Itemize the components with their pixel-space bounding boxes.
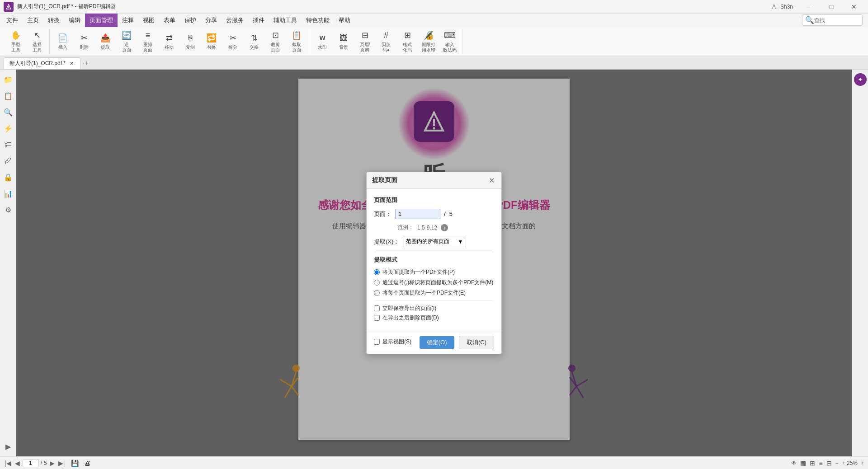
radio-single-pdf[interactable]: 将页面提取为一个PDF文件(P) bbox=[374, 268, 494, 276]
sidebar-icon-search[interactable]: 🔍 bbox=[2, 106, 14, 118]
extract-select[interactable]: 范围内的所有页面 ▼ bbox=[403, 236, 466, 247]
tool-extract[interactable]: 📤 提取 bbox=[95, 29, 116, 54]
delete-icon: ✂ bbox=[79, 33, 90, 43]
page-input[interactable] bbox=[395, 209, 440, 219]
menu-share[interactable]: 分享 bbox=[201, 14, 222, 27]
radio-single-input[interactable] bbox=[374, 269, 380, 275]
view-toggle-2[interactable]: ⊞ bbox=[810, 460, 815, 467]
zoom-in-button[interactable]: + bbox=[861, 460, 864, 466]
sidebar-icon-expand[interactable]: ▶ bbox=[2, 440, 14, 453]
menu-home[interactable]: 主页 bbox=[23, 14, 43, 27]
move-icon: ⇄ bbox=[164, 33, 175, 43]
last-page-button[interactable]: ▶| bbox=[57, 460, 66, 467]
left-sidebar: 📁 📋 🔍 ⚡ 🏷 🖊 🔒 📊 ⚙ ▶ bbox=[0, 70, 16, 456]
menu-protect[interactable]: 保护 bbox=[180, 14, 201, 27]
cancel-button[interactable]: 取消(C) bbox=[459, 336, 494, 349]
tool-delete[interactable]: ✂ 删除 bbox=[74, 29, 94, 54]
prev-page-button[interactable]: ◀ bbox=[14, 460, 21, 467]
print-page-button[interactable]: 🖨 bbox=[84, 460, 90, 467]
menu-convert[interactable]: 转换 bbox=[43, 14, 64, 27]
view-toggle-4[interactable]: ⊟ bbox=[826, 460, 832, 467]
save-page-button[interactable]: 💾 bbox=[71, 460, 79, 467]
menu-cloud[interactable]: 云服务 bbox=[222, 14, 248, 27]
menu-help[interactable]: 帮助 bbox=[334, 14, 355, 27]
tool-stamp-watermark[interactable]: 🔏 期限打用水印 bbox=[418, 29, 439, 54]
tool-header-footer[interactable]: ⊟ 页眉/页脚 bbox=[354, 29, 375, 54]
extract-label: 提取(X)： bbox=[374, 238, 399, 246]
tool-replace[interactable]: 🔁 替换 bbox=[201, 29, 222, 54]
search-box[interactable]: 🔍 bbox=[802, 14, 863, 26]
tool-split[interactable]: ✂ 拆分 bbox=[222, 29, 243, 54]
checkbox-show-explorer[interactable]: 显示视图(S) bbox=[374, 338, 411, 346]
tool-format-code[interactable]: ⊞ 格式化码 bbox=[397, 29, 418, 54]
radio-multiple-input[interactable] bbox=[374, 280, 380, 286]
checkbox-delete-input[interactable] bbox=[374, 315, 380, 321]
tool-background[interactable]: 🖼 背景 bbox=[333, 29, 354, 54]
checkbox-delete-after[interactable]: 在导出之后删除页面(D) bbox=[374, 314, 494, 322]
tool-swap[interactable]: ⇅ 交换 bbox=[244, 29, 264, 54]
sidebar-icon-layers[interactable]: 📊 bbox=[2, 187, 14, 200]
sidebar-icon-pages[interactable]: 📋 bbox=[2, 89, 14, 102]
view-toggle-3[interactable]: ≡ bbox=[819, 460, 822, 467]
pdf-viewer[interactable]: 昕 感谢您如全球6.5亿用户一样信任福昕PDF编辑器 使用编辑器可以帮助您在日常… bbox=[16, 70, 852, 456]
menu-feature[interactable]: 特色功能 bbox=[302, 14, 334, 27]
first-page-button[interactable]: |◀ bbox=[4, 460, 12, 467]
tool-cut[interactable]: 📋 截取页面 bbox=[286, 29, 307, 54]
close-button[interactable]: ✕ bbox=[844, 0, 864, 14]
checkbox-show-input[interactable] bbox=[374, 339, 380, 345]
tool-group-watermark: W 水印 🖼 背景 ⊟ 页眉/页脚 # 贝茨码● ⊞ 格式化码 🔏 期限打用水印… bbox=[310, 29, 462, 54]
menu-comment[interactable]: 注释 bbox=[118, 14, 138, 27]
tab-pdf-file[interactable]: 新人引导(1)_OCR.pdf * ✕ bbox=[4, 57, 80, 69]
tab-bar: 新人引导(1)_OCR.pdf * ✕ + bbox=[0, 56, 868, 70]
menu-form[interactable]: 表单 bbox=[159, 14, 180, 27]
radio-each-input[interactable] bbox=[374, 290, 380, 296]
search-input[interactable] bbox=[814, 17, 859, 23]
menu-page-manage[interactable]: 页面管理 bbox=[85, 14, 118, 27]
tool-input-code[interactable]: ⌨ 输入数法码 bbox=[439, 29, 460, 54]
zoom-out-button[interactable]: − bbox=[835, 460, 839, 466]
window-title: 新人引导(1)_OCR.pdf * - 福昕PDF编辑器 bbox=[17, 3, 116, 10]
tab-close-button[interactable]: ✕ bbox=[68, 61, 75, 67]
sidebar-icon-annotate[interactable]: 🖊 bbox=[2, 155, 14, 167]
tool-watermark[interactable]: W 水印 bbox=[312, 29, 333, 54]
maximize-button[interactable]: □ bbox=[821, 0, 842, 14]
radio-each-page[interactable]: 将每个页面提取为一个PDF文件(E) bbox=[374, 289, 494, 297]
format-code-icon: ⊞ bbox=[402, 30, 413, 41]
minimize-button[interactable]: ─ bbox=[798, 0, 819, 14]
ok-button[interactable]: 确定(O) bbox=[420, 336, 454, 349]
reverse-icon: 🔄 bbox=[121, 30, 132, 41]
menu-view[interactable]: 视图 bbox=[138, 14, 159, 27]
tool-hand[interactable]: ✋ 手型工具 bbox=[5, 29, 26, 54]
page-total-label: / bbox=[41, 460, 42, 466]
menu-assistant[interactable]: 辅助工具 bbox=[269, 14, 302, 27]
tool-reverse[interactable]: 🔄 逆页面 bbox=[116, 29, 137, 54]
tool-select[interactable]: ↖ 选择工具 bbox=[27, 29, 47, 54]
tab-add-button[interactable]: + bbox=[80, 57, 92, 69]
right-icon-ai[interactable]: ✦ bbox=[854, 73, 867, 86]
menu-edit[interactable]: 编辑 bbox=[64, 14, 85, 27]
tool-copy[interactable]: ⎘ 复制 bbox=[180, 29, 201, 54]
view-toggle[interactable]: ▦ bbox=[800, 460, 806, 467]
modal-close-button[interactable]: ✕ bbox=[487, 176, 496, 185]
watermark-label: 水印 bbox=[318, 45, 327, 50]
tool-move[interactable]: ⇄ 移动 bbox=[159, 29, 179, 54]
current-page-input[interactable] bbox=[23, 459, 39, 467]
menu-file[interactable]: 文件 bbox=[2, 14, 23, 27]
radio-multiple-pdf[interactable]: 通过逗号(,)标识将页面提取为多个PDF文件(M) bbox=[374, 279, 494, 286]
sidebar-icon-settings[interactable]: ⚙ bbox=[2, 203, 14, 216]
tool-reorder[interactable]: ≡ 重排页面 bbox=[137, 29, 158, 54]
menu-plugin[interactable]: 插件 bbox=[248, 14, 269, 27]
sidebar-icon-lock[interactable]: 🔒 bbox=[2, 171, 14, 183]
next-page-button[interactable]: ▶ bbox=[49, 460, 56, 467]
sidebar-icon-bookmark[interactable]: ⚡ bbox=[2, 122, 14, 135]
tool-crop[interactable]: ⊡ 裁剪页面 bbox=[265, 29, 286, 54]
checkbox-save-input[interactable] bbox=[374, 305, 380, 311]
tool-bates[interactable]: # 贝茨码● bbox=[376, 29, 396, 54]
info-icon[interactable]: i bbox=[441, 224, 448, 231]
sidebar-icon-nav[interactable]: 📁 bbox=[2, 73, 14, 86]
checkbox-save-immediately[interactable]: 立即保存导出的页面(I) bbox=[374, 305, 494, 312]
view-icon: 👁 bbox=[791, 460, 797, 466]
modal-header: 提取页面 ✕ bbox=[367, 172, 501, 189]
sidebar-icon-tag[interactable]: 🏷 bbox=[2, 138, 14, 151]
tool-insert[interactable]: 📄 插入 bbox=[52, 29, 73, 54]
